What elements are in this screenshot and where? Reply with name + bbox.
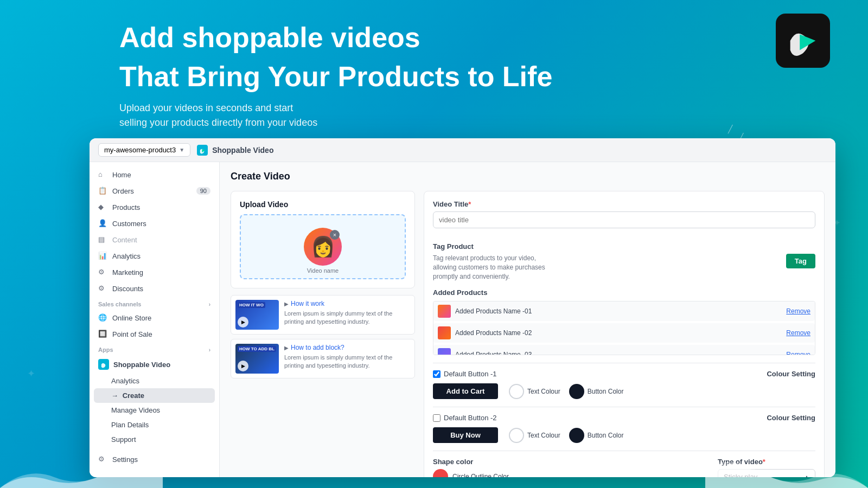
button2-row: Default Button -2 Colour Setting bbox=[433, 414, 815, 422]
right-panel: Video Title* Tag Product Tag relevant pr… bbox=[424, 191, 825, 477]
added-products-section: Added Products Added Products Name -01 R… bbox=[433, 288, 815, 355]
tag-button[interactable]: Tag bbox=[786, 254, 815, 268]
sidebar-item-products[interactable]: ◆ Products bbox=[90, 199, 219, 215]
sidebar-item-home[interactable]: ⌂ Home bbox=[90, 166, 219, 183]
remove-product-1[interactable]: Remove bbox=[786, 307, 810, 315]
sidebar-item-pos[interactable]: 🔲 Point of Sale bbox=[90, 326, 219, 342]
hero-section: Add shoppable videos That Bring Your Pro… bbox=[0, 0, 868, 146]
video-title-link-1[interactable]: ▶ How it work bbox=[284, 300, 410, 307]
sidebar-item-discounts[interactable]: ⚙ Discounts bbox=[90, 280, 219, 297]
circle-outline-label: Circle Outline Color bbox=[452, 473, 509, 477]
hero-subtext2: selling your products directly from your… bbox=[119, 115, 835, 130]
shoppable-icon bbox=[197, 145, 208, 156]
sales-channels-label: Sales channels › bbox=[90, 297, 219, 310]
sidebar-item-customers[interactable]: 👤 Customers bbox=[90, 215, 219, 232]
product-name-2: Added Products Name -02 bbox=[455, 329, 782, 337]
product-row-2: Added Products Name -02 Remove bbox=[433, 323, 815, 343]
sidebar: ⌂ Home 📋 Orders 90 ◆ Products 👤 Customer… bbox=[90, 162, 220, 477]
upload-dropzone[interactable]: × Video name bbox=[240, 214, 406, 279]
button1-section: Default Button -1 Colour Setting Add to … bbox=[433, 370, 815, 399]
sidebar-label-pos: Point of Sale bbox=[112, 330, 152, 338]
button2-section: Default Button -2 Colour Setting Buy Now… bbox=[433, 414, 815, 443]
video-title-input[interactable] bbox=[433, 211, 815, 228]
video-thumb-1: HOW IT WO ▶ bbox=[235, 300, 279, 330]
upload-section: Upload Video × Video name bbox=[231, 191, 415, 288]
sidebar-item-marketing[interactable]: ⚙ Marketing bbox=[90, 264, 219, 280]
button2-checkbox-label: Default Button -2 bbox=[433, 414, 497, 422]
button1-checkbox[interactable] bbox=[433, 370, 441, 378]
product-thumb-3 bbox=[438, 348, 451, 355]
product-row-1: Added Products Name -01 Remove bbox=[433, 301, 815, 321]
home-icon: ⌂ bbox=[98, 170, 107, 179]
button1-row: Default Button -1 Colour Setting bbox=[433, 370, 815, 378]
video-thumb-label-2: HOW TO ADD BL bbox=[238, 346, 276, 352]
button2-colour-label: Colour Setting bbox=[767, 414, 815, 422]
remove-product-2[interactable]: Remove bbox=[786, 329, 810, 337]
sub-item-plan[interactable]: Plan Details bbox=[90, 418, 219, 432]
app-logo bbox=[776, 14, 830, 68]
video-desc-1: Lorem ipsum is simply dummy text of the … bbox=[284, 310, 410, 326]
app-title-bar: Shoppable Video bbox=[197, 145, 273, 156]
sub-item-create[interactable]: → Create bbox=[94, 388, 215, 403]
close-upload-button[interactable]: × bbox=[330, 230, 340, 240]
tag-product-row: Tag relevant products to your video, all… bbox=[433, 254, 815, 281]
button2-checkbox[interactable] bbox=[433, 414, 441, 422]
pos-icon: 🔲 bbox=[98, 330, 107, 338]
text-colour-circle-1[interactable] bbox=[509, 384, 524, 399]
video-play-1[interactable]: ▶ bbox=[238, 317, 248, 328]
video-play-2[interactable]: ▶ bbox=[238, 361, 248, 371]
shape-color-col: Shape color Circle Outline Color Apply t… bbox=[433, 458, 707, 477]
button2-text-colour: Text Colour bbox=[509, 428, 560, 443]
sub-item-analytics[interactable]: Analytics bbox=[90, 374, 219, 388]
video-thumb-2: HOW TO ADD BL ▶ bbox=[235, 344, 279, 374]
page-title: Create Video bbox=[231, 171, 825, 182]
store-selector[interactable]: my-awesome-product3 ▼ bbox=[98, 143, 190, 157]
sales-channels-expand[interactable]: › bbox=[209, 301, 210, 307]
video-item-2[interactable]: HOW TO ADD BL ▶ ▶ How to add block? Lore… bbox=[231, 339, 415, 378]
tag-product-section: Tag Product Tag relevant products to you… bbox=[433, 242, 815, 281]
remove-product-3[interactable]: Remove bbox=[786, 351, 810, 355]
sidebar-label-online-store: Online Store bbox=[112, 314, 151, 322]
button1-checkbox-label: Default Button -1 bbox=[433, 370, 497, 378]
button2-button-colour: Button Color bbox=[569, 428, 624, 443]
wave-right bbox=[705, 445, 868, 488]
button1-text-colour: Text Colour bbox=[509, 384, 560, 399]
button-colour-circle-2[interactable] bbox=[569, 428, 584, 443]
text-colour-circle-2[interactable] bbox=[509, 428, 524, 443]
product-thumb-2 bbox=[438, 326, 451, 339]
sidebar-item-content[interactable]: ▤ Content bbox=[90, 232, 219, 248]
content-icon: ▤ bbox=[98, 235, 107, 244]
left-panel: Upload Video × Video name bbox=[231, 191, 415, 477]
video-item-1[interactable]: HOW IT WO ▶ ▶ How it work Lorem ipsum is… bbox=[231, 295, 415, 335]
hero-subtext1: Upload your videos in seconds and start bbox=[119, 101, 835, 115]
shape-circle[interactable] bbox=[433, 469, 448, 477]
sub-item-manage[interactable]: Manage Videos bbox=[90, 403, 219, 418]
video-thumb-label-1: HOW IT WO bbox=[238, 302, 265, 308]
content-area: Create Video Upload Video × Video name bbox=[220, 162, 835, 477]
video-desc-2: Lorem ipsum is simply dummy text of the … bbox=[284, 354, 410, 370]
hero-headline2: That Bring Your Products to Life bbox=[119, 61, 835, 93]
button2-controls: Buy Now Text Colour Button Color bbox=[433, 427, 815, 443]
button-colour-circle-1[interactable] bbox=[569, 384, 584, 399]
sidebar-label-orders: Orders bbox=[112, 187, 134, 195]
add-to-cart-button[interactable]: Add to Cart bbox=[433, 383, 498, 399]
shoppable-video-brand[interactable]: Shoppable Video bbox=[90, 355, 219, 374]
apps-expand[interactable]: › bbox=[209, 347, 210, 353]
top-bar: my-awesome-product3 ▼ Shoppable Video bbox=[90, 138, 835, 162]
sidebar-item-online-store[interactable]: 🌐 Online Store bbox=[90, 310, 219, 326]
products-list: Added Products Name -01 Remove Added Pro… bbox=[433, 301, 815, 355]
buy-now-button[interactable]: Buy Now bbox=[433, 427, 498, 443]
store-selector-chevron: ▼ bbox=[179, 147, 184, 153]
sidebar-item-orders[interactable]: 📋 Orders 90 bbox=[90, 183, 219, 199]
play-icon-1: ▶ bbox=[284, 301, 289, 307]
customers-icon: 👤 bbox=[98, 219, 107, 228]
wave-left bbox=[0, 445, 163, 488]
sidebar-label-products: Products bbox=[112, 203, 140, 211]
shoppable-brand-icon bbox=[98, 359, 109, 370]
tag-product-label: Tag Product bbox=[433, 242, 815, 251]
added-products-label: Added Products bbox=[433, 288, 815, 297]
video-title-section: Video Title* bbox=[433, 200, 815, 235]
sidebar-label-customers: Customers bbox=[112, 220, 146, 228]
video-title-link-2[interactable]: ▶ How to add block? bbox=[284, 344, 410, 351]
sidebar-item-analytics[interactable]: 📊 Analytics bbox=[90, 248, 219, 264]
